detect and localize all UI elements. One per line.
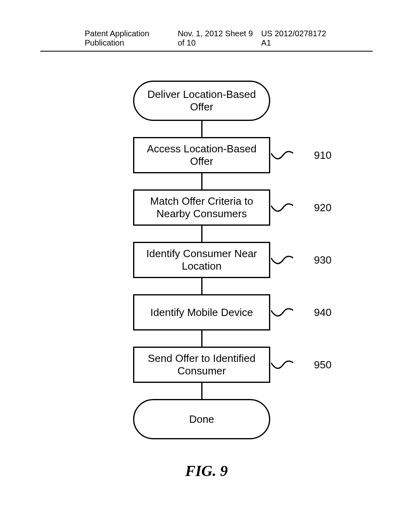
ref-curve-icon xyxy=(271,254,293,266)
connector xyxy=(201,278,202,294)
flowchart-step-label: Identify Consumer Near Location xyxy=(146,247,257,272)
header-center: Nov. 1, 2012 Sheet 9 of 10 xyxy=(178,29,261,48)
flowchart-step: Identify Mobile Device 940 xyxy=(133,294,270,330)
header-right: US 2012/0278172 A1 xyxy=(261,29,328,48)
ref-curve-icon xyxy=(271,306,293,318)
connector xyxy=(201,226,202,242)
connector xyxy=(201,330,202,347)
flowchart-step: Match Offer Criteria to Nearby Consumers… xyxy=(133,189,270,226)
connector xyxy=(201,121,202,137)
connector xyxy=(201,173,202,189)
ref-curve-icon xyxy=(271,359,293,371)
flowchart: Deliver Location-Based Offer Access Loca… xyxy=(101,81,302,439)
flowchart-step-label: Identify Mobile Device xyxy=(150,306,253,319)
ref-number: 950 xyxy=(314,359,332,371)
flowchart-step: Access Location-Based Offer 910 xyxy=(133,137,270,173)
flowchart-step: Send Offer to Identified Consumer 950 xyxy=(133,347,270,383)
flowchart-step: Identify Consumer Near Location 930 xyxy=(133,242,270,278)
ref-curve-icon xyxy=(271,149,293,161)
flowchart-step-label: Access Location-Based Offer xyxy=(147,143,257,168)
flowchart-start: Deliver Location-Based Offer xyxy=(133,81,270,121)
ref-number: 940 xyxy=(314,306,332,319)
flowchart-end: Done xyxy=(133,399,270,439)
diagram-area: Deliver Location-Based Offer Access Loca… xyxy=(0,73,413,476)
ref-number: 930 xyxy=(314,254,332,266)
figure-label: FIG. 9 xyxy=(0,462,413,480)
ref-number: 920 xyxy=(314,202,332,214)
header-left: Patent Application Publication xyxy=(85,29,178,48)
ref-number: 910 xyxy=(314,149,332,162)
ref-curve-icon xyxy=(271,202,293,214)
page-header: Patent Application Publication Nov. 1, 2… xyxy=(40,29,373,52)
flowchart-start-label: Deliver Location-Based Offer xyxy=(148,88,256,113)
flowchart-step-label: Match Offer Criteria to Nearby Consumers xyxy=(150,195,253,220)
connector xyxy=(201,383,202,399)
flowchart-end-label: Done xyxy=(189,413,214,426)
flowchart-step-label: Send Offer to Identified Consumer xyxy=(148,352,256,377)
